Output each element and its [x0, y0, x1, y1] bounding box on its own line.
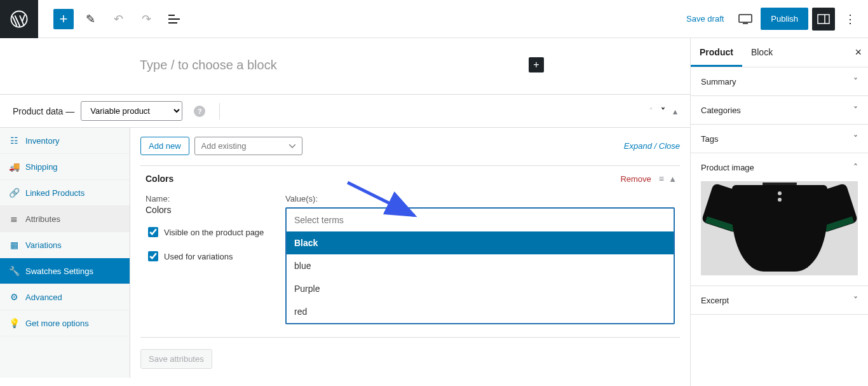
- preview-devices-icon[interactable]: [734, 8, 757, 31]
- used-for-variations-input[interactable]: [148, 251, 158, 261]
- more-options-icon[interactable]: ⋮: [839, 8, 862, 31]
- svg-rect-1: [739, 15, 752, 22]
- sidebar-tab-block[interactable]: Block: [742, 38, 782, 67]
- tab-get-more-options[interactable]: 💡Get more options: [0, 310, 130, 336]
- chevron-down-icon: ˅: [853, 134, 858, 144]
- values-term-select[interactable]: Black blue Purple red: [285, 207, 675, 324]
- metabox-move-up-icon[interactable]: ˄: [649, 106, 653, 116]
- panel-product-image-header[interactable]: Product image˄: [691, 153, 868, 181]
- variations-icon: ▦: [9, 240, 19, 250]
- visible-on-page-checkbox[interactable]: Visible on the product page: [146, 225, 266, 239]
- chevron-down-icon: ˅: [853, 105, 858, 115]
- redo-icon[interactable]: ↷: [135, 8, 158, 31]
- remove-attribute-link[interactable]: Remove: [620, 174, 651, 184]
- term-option-red[interactable]: red: [287, 300, 674, 323]
- term-option-black[interactable]: Black: [287, 231, 674, 254]
- edit-mode-icon[interactable]: ✎: [79, 8, 102, 31]
- tab-variations[interactable]: ▦Variations: [0, 232, 130, 258]
- sidebar-tab-product[interactable]: Product: [691, 38, 742, 67]
- term-dropdown-list: Black blue Purple red: [287, 231, 674, 323]
- shipping-icon: 🚚: [9, 162, 19, 172]
- term-option-purple[interactable]: Purple: [287, 277, 674, 300]
- attributes-icon: ≣: [9, 214, 19, 224]
- tab-swatches-settings[interactable]: 🔧Swatches Settings: [0, 258, 130, 284]
- polo-shirt-image: [707, 181, 853, 275]
- tab-linked-products[interactable]: 🔗Linked Products: [0, 180, 130, 206]
- chevron-down-icon: ˅: [853, 76, 858, 86]
- add-block-button[interactable]: +: [53, 9, 74, 29]
- wordpress-logo[interactable]: [0, 0, 38, 38]
- panel-categories[interactable]: Categories˅: [691, 96, 868, 125]
- term-option-blue[interactable]: blue: [287, 254, 674, 277]
- attribute-menu-icon[interactable]: ≡: [659, 174, 664, 184]
- inventory-icon: ☷: [9, 135, 19, 146]
- panel-tags[interactable]: Tags˅: [691, 125, 868, 153]
- publish-button[interactable]: Publish: [761, 8, 808, 30]
- name-label: Name:: [146, 194, 266, 203]
- tab-attributes[interactable]: ≣Attributes: [0, 206, 130, 232]
- select-terms-input[interactable]: [287, 209, 674, 231]
- tab-shipping[interactable]: 🚚Shipping: [0, 154, 130, 180]
- chevron-up-icon: ˄: [853, 162, 858, 172]
- undo-icon[interactable]: ↶: [107, 8, 130, 31]
- visible-on-page-input[interactable]: [148, 227, 158, 237]
- gear-icon: ⚙: [9, 292, 19, 302]
- save-draft-button[interactable]: Save draft: [680, 14, 730, 24]
- add-new-attribute-button[interactable]: Add new: [140, 137, 189, 155]
- add-existing-attribute-select[interactable]: Add existing: [194, 137, 302, 155]
- used-for-variations-checkbox[interactable]: Used for variations: [146, 249, 266, 263]
- metabox-collapse-icon[interactable]: ▴: [673, 106, 677, 116]
- inline-add-block-button[interactable]: +: [529, 57, 544, 72]
- name-value: Colors: [146, 205, 266, 215]
- settings-sidebar-toggle[interactable]: [812, 8, 835, 31]
- lightbulb-icon: 💡: [9, 318, 19, 328]
- wrench-icon: 🔧: [9, 266, 19, 276]
- expand-collapse-link[interactable]: Expand / Close: [624, 141, 680, 151]
- tab-inventory[interactable]: ☷Inventory: [0, 128, 130, 154]
- help-icon[interactable]: ?: [194, 106, 205, 117]
- product-data-label: Product data —: [13, 106, 74, 116]
- metabox-move-down-icon[interactable]: ˅: [661, 106, 665, 116]
- block-placeholder-text[interactable]: Type / to choose a block: [140, 58, 277, 72]
- attribute-title: Colors: [146, 174, 173, 184]
- product-image-thumbnail[interactable]: [701, 181, 858, 275]
- panel-excerpt[interactable]: Excerpt˅: [691, 286, 868, 315]
- sidebar-close-icon[interactable]: ×: [855, 46, 862, 59]
- panel-summary[interactable]: Summary˅: [691, 67, 868, 96]
- product-type-select[interactable]: Variable product: [81, 101, 182, 121]
- link-icon: 🔗: [9, 188, 19, 198]
- tab-advanced[interactable]: ⚙Advanced: [0, 284, 130, 310]
- svg-rect-2: [818, 15, 829, 24]
- save-attributes-button: Save attributes: [140, 349, 212, 369]
- values-label: Value(s):: [285, 194, 675, 203]
- attribute-collapse-icon[interactable]: ▴: [670, 174, 675, 184]
- document-outline-icon[interactable]: [163, 8, 186, 31]
- chevron-down-icon: ˅: [853, 295, 858, 305]
